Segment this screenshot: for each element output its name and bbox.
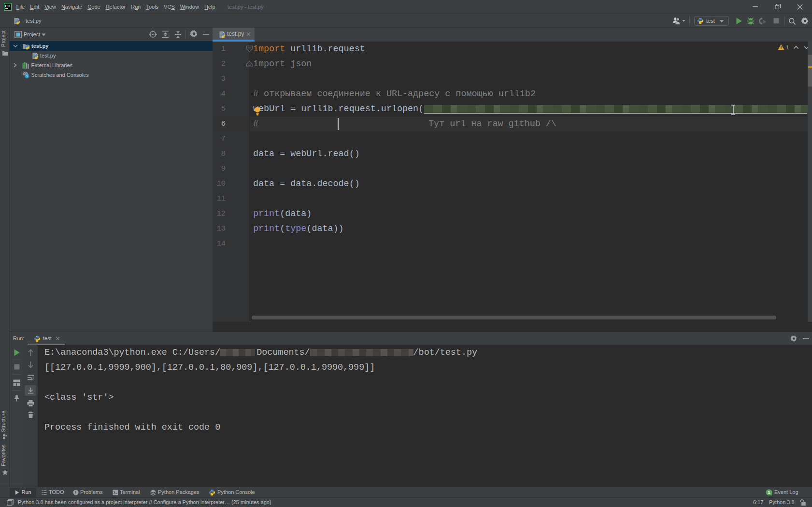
svg-text:PC: PC — [5, 4, 10, 8]
svg-text:1: 1 — [768, 490, 770, 495]
svg-text:1: 1 — [786, 44, 789, 50]
